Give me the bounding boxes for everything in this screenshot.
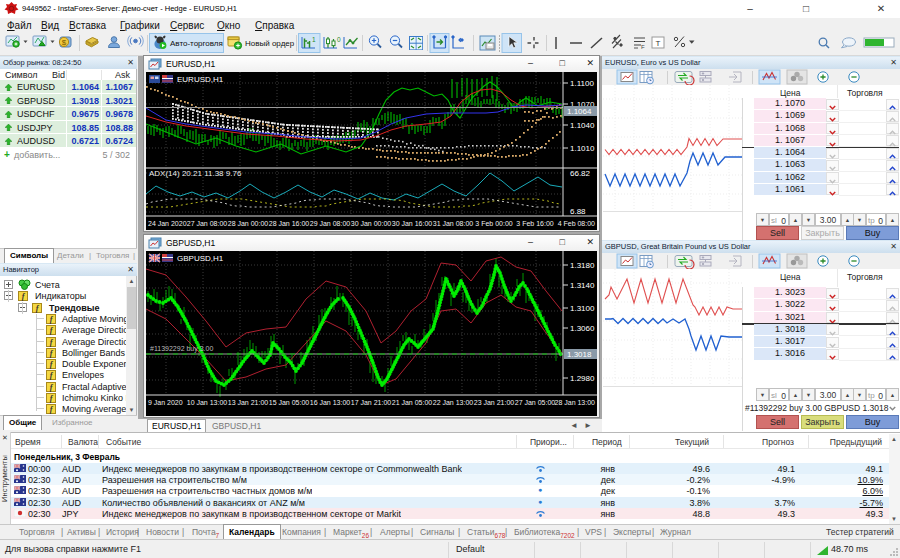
svg-text:28 Jan 13:00: 28 Jan 13:00 [555,399,596,406]
svg-text:10 Jan 13:00: 10 Jan 13:00 [187,399,228,406]
svg-text:29 Jan 08:00: 29 Jan 08:00 [310,220,351,227]
svg-text:30 Jan 00:00: 30 Jan 00:00 [351,220,392,227]
svg-text:28 Jan 16:00: 28 Jan 16:00 [269,220,310,227]
svg-text:1.3018: 1.3018 [567,350,592,359]
svg-text:24 Jan 2020: 24 Jan 2020 [148,220,187,227]
svg-text:16 Jan 13:00: 16 Jan 13:00 [310,399,351,406]
svg-text:EURUSD,H1: EURUSD,H1 [177,75,224,84]
svg-text:3 Feb 00:00: 3 Feb 00:00 [475,220,512,227]
svg-text:0: 0 [337,36,341,43]
svg-text:1.3180: 1.3180 [570,261,595,270]
svg-text:T: T [656,39,661,48]
svg-text:66.82: 66.82 [570,169,591,178]
svg-text:1.3060: 1.3060 [570,324,595,333]
svg-text:#11392292 buy 3.00: #11392292 buy 3.00 [150,345,213,353]
svg-text:4 Feb 08:00: 4 Feb 08:00 [558,220,595,227]
svg-text:1.1100: 1.1100 [570,79,594,88]
svg-text:1: 1 [312,36,316,43]
svg-text:$: $ [62,38,67,47]
svg-text:Авто-торговля: Авто-торговля [170,39,223,48]
svg-text:28 Jan 00:00: 28 Jan 00:00 [228,220,269,227]
svg-text:9 Jan 2020: 9 Jan 2020 [148,399,183,406]
svg-text:1.2980: 1.2980 [570,374,595,383]
svg-text:GBPUSD,H1: GBPUSD,H1 [177,254,224,263]
svg-text:21 Jan 05:00: 21 Jan 05:00 [392,399,433,406]
svg-text:15 Jan 05:00: 15 Jan 05:00 [269,399,310,406]
svg-text:6.88: 6.88 [570,207,586,216]
svg-text:30 Jan 16:00: 30 Jan 16:00 [392,220,433,227]
svg-text:1.3100: 1.3100 [570,304,595,313]
svg-text:1.1040: 1.1040 [570,121,595,130]
svg-text:Новый ордер: Новый ордер [245,39,295,48]
svg-text:F: F [641,44,645,50]
svg-text:1.1010: 1.1010 [570,144,595,153]
svg-text:17 Jan 21:00: 17 Jan 21:00 [351,399,392,406]
svg-text:31 Jan 08:00: 31 Jan 08:00 [433,220,474,227]
svg-text:23 Jan 21:00: 23 Jan 21:00 [474,399,515,406]
svg-text:27 Jan 05:00: 27 Jan 05:00 [515,399,556,406]
svg-text:13 Jan 21:00: 13 Jan 21:00 [228,399,269,406]
svg-text:3 Feb 16:00: 3 Feb 16:00 [516,220,553,227]
svg-text:1.1064: 1.1064 [567,107,592,116]
svg-text:22 Jan 13:00: 22 Jan 13:00 [433,399,474,406]
svg-text:ADX(14) 20.21 11.38 9.76: ADX(14) 20.21 11.38 9.76 [149,169,242,178]
svg-text:1.3140: 1.3140 [570,281,595,290]
svg-text:27 Jan 08:00: 27 Jan 08:00 [187,220,228,227]
